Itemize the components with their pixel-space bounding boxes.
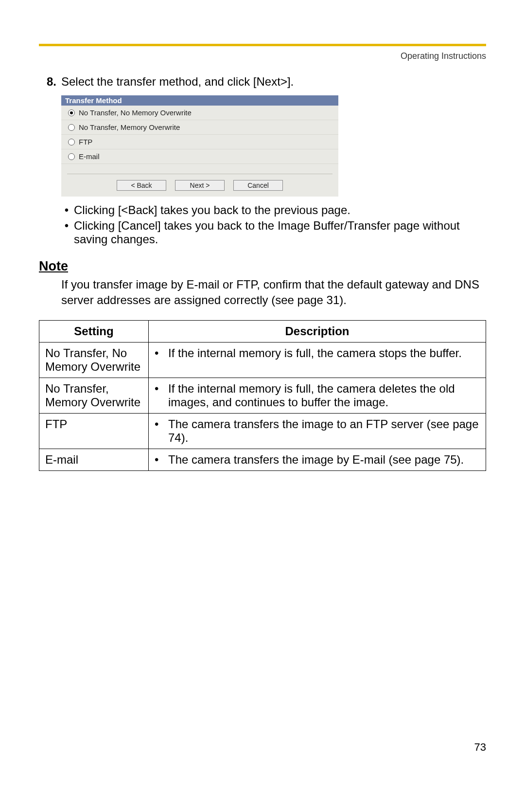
- bullet-text: Clicking [<Back] takes you back to the p…: [74, 203, 350, 217]
- table-row: No Transfer, No Memory Overwrite •If the…: [39, 342, 486, 378]
- radio-icon: [68, 109, 75, 116]
- radio-icon: [68, 153, 75, 160]
- bullet-icon: •: [155, 382, 168, 409]
- radio-label: E-mail: [79, 152, 100, 161]
- top-rule: [39, 44, 486, 46]
- table-row: E-mail •The camera transfers the image b…: [39, 449, 486, 470]
- radio-option-no-transfer-overwrite[interactable]: No Transfer, Memory Overwrite: [61, 120, 338, 135]
- bullet-text: Clicking [Cancel] takes you back to the …: [74, 219, 486, 246]
- radio-option-ftp[interactable]: FTP: [61, 135, 338, 149]
- description-cell: If the internal memory is full, the came…: [168, 346, 462, 360]
- setting-cell: No Transfer, Memory Overwrite: [39, 378, 149, 413]
- sub-bullets: • Clicking [<Back] takes you back to the…: [59, 203, 486, 246]
- back-button[interactable]: < Back: [117, 180, 166, 191]
- radio-icon: [68, 124, 75, 131]
- table-row: No Transfer, Memory Overwrite •If the in…: [39, 378, 486, 413]
- setting-cell: E-mail: [39, 449, 149, 470]
- bullet-icon: •: [59, 219, 74, 246]
- note-body: If you transfer image by E-mail or FTP, …: [61, 277, 486, 308]
- page-number: 73: [474, 741, 486, 754]
- note-heading: Note: [39, 259, 486, 274]
- setting-cell: No Transfer, No Memory Overwrite: [39, 342, 149, 378]
- description-cell: The camera transfers the image by E-mail…: [168, 453, 464, 467]
- table-row: FTP •The camera transfers the image to a…: [39, 413, 486, 449]
- description-cell: If the internal memory is full, the came…: [168, 382, 480, 409]
- step-number: 8.: [39, 75, 56, 89]
- setting-cell: FTP: [39, 413, 149, 449]
- radio-label: FTP: [79, 138, 92, 146]
- description-cell: The camera transfers the image to an FTP…: [168, 417, 480, 445]
- radio-label: No Transfer, Memory Overwrite: [79, 123, 180, 131]
- dialog-title: Transfer Method: [61, 95, 338, 106]
- radio-label: No Transfer, No Memory Overwrite: [79, 108, 192, 117]
- next-button[interactable]: Next >: [175, 180, 225, 191]
- step-text: Select the transfer method, and click [N…: [61, 75, 294, 89]
- bullet-icon: •: [59, 203, 74, 217]
- dialog-divider: [67, 174, 332, 174]
- bullet-icon: •: [155, 453, 168, 467]
- radio-option-no-transfer-no-overwrite[interactable]: No Transfer, No Memory Overwrite: [61, 106, 338, 120]
- radio-option-email[interactable]: E-mail: [61, 149, 338, 164]
- settings-table: Setting Description No Transfer, No Memo…: [39, 320, 486, 471]
- cancel-button[interactable]: Cancel: [233, 180, 283, 191]
- transfer-method-dialog: Transfer Method No Transfer, No Memory O…: [61, 95, 338, 197]
- table-head-setting: Setting: [39, 320, 149, 342]
- header-right: Operating Instructions: [39, 51, 486, 61]
- table-head-description: Description: [149, 320, 486, 342]
- radio-icon: [68, 139, 75, 145]
- bullet-icon: •: [155, 417, 168, 445]
- bullet-icon: •: [155, 346, 168, 360]
